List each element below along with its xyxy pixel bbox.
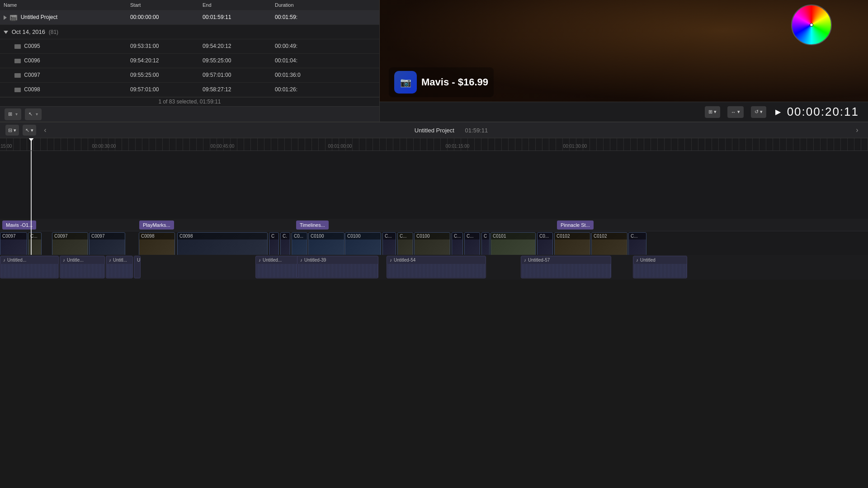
clip-c0-4[interactable]: C0...: [537, 232, 553, 255]
clip-c0102-2[interactable]: C0102: [591, 232, 627, 255]
marker-timelines[interactable]: Timelines...: [296, 221, 329, 230]
clip-c-4[interactable]: C...: [452, 232, 463, 255]
speed-btn[interactable]: ↺ ▾: [751, 106, 766, 118]
grid-icon: ⊞: [8, 111, 12, 117]
app-icon: 📷: [394, 71, 417, 94]
browser-table: Name Start End Duration 🎬 Untitled Proje…: [0, 0, 379, 97]
app-badge: 📷 Mavis - $16.99: [389, 67, 494, 97]
clip-name-c0095: C0095: [0, 39, 127, 53]
timeline-project-title: Untitled Project 01:59:11: [54, 127, 848, 134]
clips-track: C0097 C... C0097 C0097 C0098 C0098 C C. …: [0, 231, 868, 255]
clip-c-sm1[interactable]: C...: [28, 232, 42, 255]
clip-c0-2[interactable]: C...: [397, 232, 413, 255]
clip-c0100-1[interactable]: C0100: [308, 232, 344, 255]
fit-btn[interactable]: ⊞ ▾: [705, 106, 720, 118]
date-group-row[interactable]: Oct 14, 2016 (81): [0, 24, 379, 39]
clip-c-2[interactable]: C.: [280, 232, 290, 255]
lower-audio-track: ♪Untitled... ♪Untitle... ♪Untitl... U ♪U…: [0, 255, 868, 280]
project-end: 00:01:59:11: [199, 10, 271, 24]
expand-icon: [4, 15, 7, 20]
clip-c0-1[interactable]: C0...: [292, 232, 307, 255]
clip-c0097-1[interactable]: C0097: [0, 232, 27, 255]
preview-video: 📷 Mavis - $16.99: [380, 0, 868, 102]
timeline-ruler: 00:00:15:00 00:00:30:00 00:00:45:00 00:0…: [0, 138, 868, 151]
clip-c-5[interactable]: C: [481, 232, 490, 255]
timecode-display: ▶ 00:00:20:11: [774, 105, 859, 119]
audio-untitled-57[interactable]: ♪Untitled-57: [521, 256, 611, 278]
audio-icon-3: ♪: [109, 258, 111, 263]
tool-btn[interactable]: ↖ ▾: [25, 108, 42, 120]
clip-c0-3[interactable]: C...: [464, 232, 480, 255]
audio-untitle-2[interactable]: ♪Untitle...: [60, 256, 105, 278]
timeline-view-btn[interactable]: ⊟ ▾: [5, 125, 19, 136]
audio-icon-last: ♪: [636, 258, 638, 263]
waveform-2: [60, 264, 104, 277]
transform-btn[interactable]: ↔ ▾: [727, 106, 744, 118]
clip-c-1[interactable]: C: [269, 232, 279, 255]
audio-icon-5: ♪: [259, 258, 261, 263]
film-icon: [14, 59, 21, 63]
timeline-tool-btn[interactable]: ↖ ▾: [23, 125, 36, 136]
project-name: 🎬 Untitled Project: [0, 10, 127, 24]
project-start: 00:00:00:00: [127, 10, 199, 24]
view-mode-btn[interactable]: ⊞ ▾: [5, 108, 21, 120]
color-wheel: [791, 5, 832, 45]
clip-row-c0097[interactable]: C0097 09:55:25:00 09:57:01:00 00:01:36:0: [0, 68, 379, 82]
bottom-label-text: Untitled: [640, 258, 656, 263]
speed-chevron: ▾: [760, 109, 763, 115]
col-start: Start: [127, 0, 199, 10]
clip-c0102-1[interactable]: C0102: [554, 232, 590, 255]
timeline-main[interactable]: Mavis -O1... PlayMarks... Timelines... P…: [0, 151, 868, 255]
clip-c0100-3[interactable]: C0100: [414, 232, 450, 255]
preview-panel: 📷 Mavis - $16.99 ⊞ ▾ ↔ ▾ ↺ ▾ ▶ 00:00:20:…: [380, 0, 868, 122]
clip-c0097-3[interactable]: C0097: [89, 232, 125, 255]
audio-untitled-1[interactable]: ♪Untitled...: [0, 256, 59, 278]
project-icon: 🎬: [10, 15, 17, 20]
audio-icon-1: ♪: [3, 258, 5, 263]
transform-chevron: ▾: [737, 109, 740, 115]
clip-c0098-1[interactable]: C0098: [139, 232, 175, 255]
audio-untitl-3[interactable]: ♪Untitl...: [106, 256, 133, 278]
top-section: Name Start End Duration 🎬 Untitled Proje…: [0, 0, 868, 122]
waveform-last: [633, 264, 687, 277]
clip-count: (81): [49, 29, 58, 35]
fit-chevron: ▾: [714, 109, 717, 115]
transform-icon: ↔: [731, 109, 736, 115]
marker-playmarks[interactable]: PlayMarks...: [139, 221, 174, 230]
clip-c-3[interactable]: C...: [382, 232, 396, 255]
audio-icon-57: ♪: [524, 258, 526, 263]
clip-c-last[interactable]: C...: [628, 232, 646, 255]
waveform-39: [297, 264, 378, 277]
play-button[interactable]: ▶: [774, 107, 783, 117]
view-chevron: ▾: [15, 112, 18, 117]
timeline-back-btn[interactable]: ‹: [40, 125, 51, 136]
ruler-ticks: [0, 138, 868, 150]
project-row[interactable]: 🎬 Untitled Project 00:00:00:00 00:01:59:…: [0, 10, 379, 24]
fit-icon: ⊞: [708, 109, 712, 115]
clip-row-c0095[interactable]: C0095 09:53:31:00 09:54:20:12 00:00:49:: [0, 39, 379, 53]
col-name: Name: [0, 0, 127, 10]
audio-untitled-39[interactable]: ♪Untitled-39: [297, 256, 378, 278]
color-wheel-circle: [791, 5, 832, 45]
tool-chevron: ▾: [36, 112, 38, 117]
clip-c0101[interactable]: C0101: [491, 232, 536, 255]
browser-panel: Name Start End Duration 🎬 Untitled Proje…: [0, 0, 380, 122]
audio-untitled-54[interactable]: ♪Untitled-54: [387, 256, 486, 278]
timeline-duration: 01:59:11: [465, 127, 488, 134]
clip-c0098-2[interactable]: C0098: [177, 232, 268, 255]
project-title-text: Untitled Project: [415, 127, 454, 134]
clip-row-c0098[interactable]: C0098 09:57:01:00 09:58:27:12 00:01:26:: [0, 82, 379, 97]
audio-u-4[interactable]: U: [134, 256, 141, 278]
clip-row-c0096[interactable]: C0096 09:54:20:12 09:55:25:00 00:01:04:: [0, 53, 379, 68]
film-icon: [14, 73, 21, 78]
audio-icon-2: ♪: [63, 258, 65, 263]
timeline-forward-btn[interactable]: ›: [852, 125, 863, 136]
camera-icon: 📷: [400, 77, 411, 88]
timecode-value: 00:00:20:11: [787, 105, 859, 119]
ruler-playhead: [31, 138, 32, 150]
clip-c0100-2[interactable]: C0100: [345, 232, 381, 255]
waveform-57: [521, 264, 611, 277]
clip-c0097-2[interactable]: C0097: [52, 232, 88, 255]
marker-pinnacle[interactable]: Pinnacle St...: [557, 221, 594, 230]
audio-untitled-last[interactable]: ♪Untitled: [633, 256, 687, 278]
